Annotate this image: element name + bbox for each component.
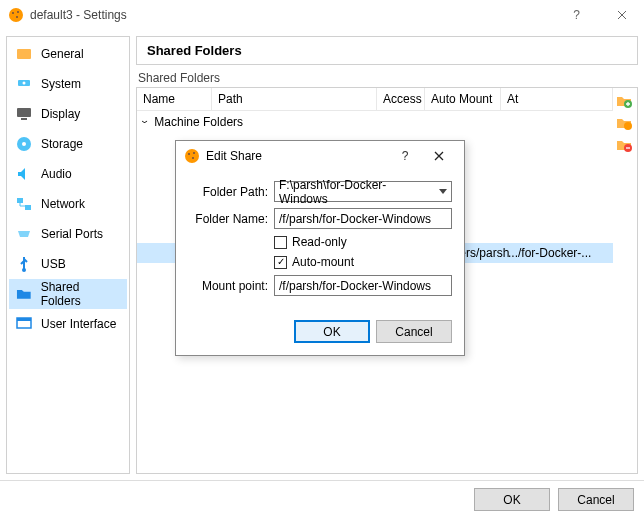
svg-point-1 [12,12,14,14]
ok-label: OK [503,493,520,507]
col-path[interactable]: Path [212,88,377,110]
help-button[interactable]: ? [554,0,599,30]
remove-folder-button[interactable] [615,136,633,154]
svg-point-0 [9,8,23,22]
read-only-checkbox[interactable] [274,236,287,249]
mount-point-value: /f/parsh/for-Docker-Windows [279,279,431,293]
folder-name-label: Folder Name: [188,212,268,226]
window-title: default3 - Settings [30,8,554,22]
auto-mount-label: Auto-mount [292,255,354,269]
edit-folder-button[interactable] [615,114,633,132]
folder-icon [15,285,33,303]
cancel-label: Cancel [577,493,614,507]
svg-rect-15 [17,318,31,321]
serial-icon [15,225,33,243]
sidebar-item-label: System [41,77,81,91]
folder-name-value: /f/parsh/for-Docker-Windows [279,212,431,226]
machine-folders-label: Machine Folders [154,115,243,129]
svg-rect-8 [21,118,27,120]
dialog-help-button[interactable]: ? [388,142,422,170]
col-auto-mount[interactable]: Auto Mount [425,88,501,110]
usb-icon [15,255,33,273]
svg-point-20 [188,153,190,155]
settings-sidebar: General System Display Storage Audio Net… [6,36,130,474]
svg-rect-7 [17,108,31,117]
dialog-title: Edit Share [206,149,388,163]
svg-point-2 [17,11,19,13]
folder-name-input[interactable]: /f/parsh/for-Docker-Windows [274,208,452,229]
sidebar-item-label: USB [41,257,66,271]
storage-icon [15,135,33,153]
group-label: Shared Folders [138,71,638,85]
svg-point-21 [193,152,195,154]
svg-point-10 [22,142,26,146]
dialog-ok-label: OK [323,325,340,339]
folder-path-combo[interactable]: F:\parsh\for-Docker-Windows [274,181,452,202]
general-icon [15,45,33,63]
dialog-ok-button[interactable]: OK [294,320,370,343]
dialog-buttons: OK Cancel [176,306,464,355]
sidebar-item-label: Network [41,197,85,211]
folder-path-value: F:\parsh\for-Docker-Windows [279,178,435,206]
sidebar-item-serial-ports[interactable]: Serial Ports [9,219,127,249]
close-button[interactable] [599,0,644,30]
add-folder-button[interactable] [615,92,633,110]
row-at: .../for-Docker-... [502,243,613,263]
network-icon [15,195,33,213]
sidebar-item-general[interactable]: General [9,39,127,69]
sidebar-item-audio[interactable]: Audio [9,159,127,189]
dialog-cancel-label: Cancel [395,325,432,339]
svg-point-22 [192,157,194,159]
folder-path-label: Folder Path: [188,185,268,199]
svg-point-13 [22,268,26,272]
mount-point-input[interactable]: /f/parsh/for-Docker-Windows [274,275,452,296]
sidebar-item-user-interface[interactable]: User Interface [9,309,127,339]
window-footer: OK Cancel [0,480,644,518]
sidebar-item-shared-folders[interactable]: Shared Folders [9,279,127,309]
svg-point-17 [624,122,632,130]
svg-rect-4 [17,49,31,59]
panel-header: Shared Folders [136,36,638,65]
ok-button[interactable]: OK [474,488,550,511]
sidebar-item-label: General [41,47,84,61]
display-icon [15,105,33,123]
sidebar-item-network[interactable]: Network [9,189,127,219]
sidebar-item-storage[interactable]: Storage [9,129,127,159]
dialog-close-button[interactable] [422,142,456,170]
sidebar-item-usb[interactable]: USB [9,249,127,279]
edit-share-dialog: Edit Share ? Folder Path: F:\parsh\for-D… [175,140,465,356]
dialog-cancel-button[interactable]: Cancel [376,320,452,343]
sidebar-item-label: Storage [41,137,83,151]
mount-point-label: Mount point: [188,279,268,293]
sidebar-item-label: User Interface [41,317,116,331]
svg-rect-11 [17,198,23,203]
col-at[interactable]: At [501,88,613,110]
svg-point-19 [185,149,199,163]
sidebar-item-system[interactable]: System [9,69,127,99]
chevron-down-icon: › [138,121,152,124]
machine-folders-group[interactable]: › Machine Folders [137,111,613,133]
app-icon [8,7,24,23]
auto-mount-checkbox[interactable]: ✓ [274,256,287,269]
col-name[interactable]: Name [137,88,212,110]
list-toolbar [613,88,637,473]
dialog-app-icon [184,148,200,164]
dialog-titlebar: Edit Share ? [176,141,464,171]
system-icon [15,75,33,93]
ui-icon [15,315,33,333]
svg-point-3 [16,16,18,18]
cancel-button[interactable]: Cancel [558,488,634,511]
column-headers: Name Path Access Auto Mount At [137,88,613,111]
audio-icon [15,165,33,183]
sidebar-item-display[interactable]: Display [9,99,127,129]
read-only-label: Read-only [292,235,347,249]
dialog-body: Folder Path: F:\parsh\for-Docker-Windows… [176,171,464,306]
sidebar-item-label: Display [41,107,80,121]
sidebar-item-label: Shared Folders [41,280,121,308]
sidebar-item-label: Audio [41,167,72,181]
col-access[interactable]: Access [377,88,425,110]
sidebar-item-label: Serial Ports [41,227,103,241]
window-titlebar: default3 - Settings ? [0,0,644,30]
svg-point-6 [23,82,26,85]
